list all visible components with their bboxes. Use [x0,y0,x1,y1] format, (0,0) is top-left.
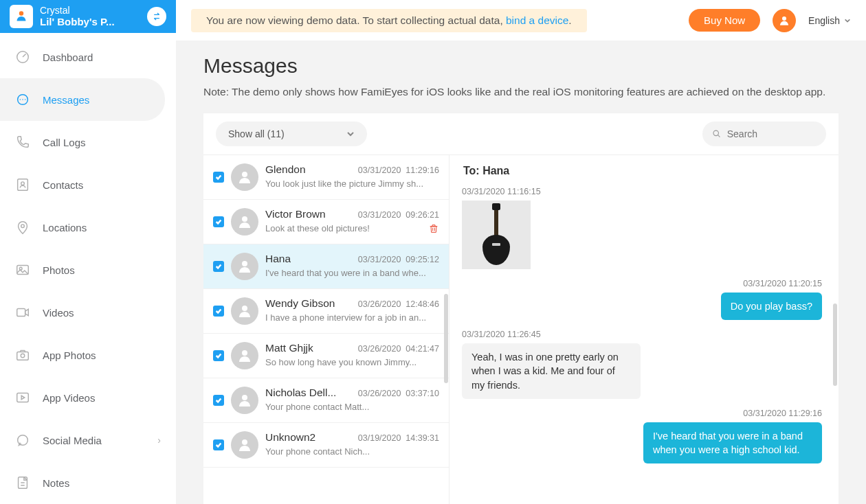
sidebar-item-label: Contacts [43,179,83,191]
sidebar-item-locations[interactable]: Locations [0,206,176,249]
conversation-time: 03/19/2020 14:39:31 [358,433,439,443]
search-input[interactable] [727,128,817,139]
account-avatar-button[interactable] [773,9,796,32]
svg-rect-11 [17,309,25,317]
svg-point-20 [242,261,247,266]
search-box[interactable] [702,122,826,146]
conversation-item[interactable]: Unknown203/19/2020 14:39:31Your phone co… [203,423,449,468]
svg-point-21 [242,306,247,311]
message-time: 03/31/2020 11:20:15 [462,279,822,288]
device-name: Lil' Bobby's P... [40,16,140,28]
chevron-down-icon [346,130,355,138]
sidebar-item-label: Videos [43,307,74,319]
conversation-preview: Your phone contact Matt... [265,402,439,412]
conversation-preview: I have a phone interview for a job in an… [265,312,439,323]
message-bubble: I've heard that you were in a band when … [643,422,822,464]
sidebar-item-videos[interactable]: Videos [0,291,176,334]
sidebar-item-app-videos[interactable]: App Videos [0,376,176,419]
message-image[interactable] [462,201,531,269]
sidebar-item-messages[interactable]: Messages [0,78,165,121]
avatar [231,387,258,414]
swap-device-button[interactable] [147,7,166,26]
banner-suffix: . [568,14,571,26]
sidebar-item-photos[interactable]: Photos [0,249,176,291]
sidebar-item-notes[interactable]: Notes [0,461,176,504]
svg-point-16 [782,16,786,21]
message: 03/31/2020 11:20:15Do you play bass? [462,279,822,320]
scrollbar[interactable] [444,294,448,383]
checkbox[interactable] [213,439,224,450]
conversation-preview: Look at these old pictures! [265,223,439,233]
sidebar-item-label: App Photos [43,350,96,361]
sidebar-item-social-media[interactable]: Social Media› [0,419,176,461]
delete-icon[interactable] [428,223,439,237]
sidebar-item-dashboard[interactable]: Dashboard [0,36,176,78]
filter-dropdown[interactable]: Show all (11) [216,122,367,146]
language-selector[interactable]: English [808,15,851,26]
message: 03/31/2020 11:16:15 [462,187,822,269]
bind-device-link[interactable]: bind a device [506,14,568,26]
sidebar: Crystal Lil' Bobby's P... DashboardMessa… [0,0,176,504]
avatar [231,208,258,236]
conversation-name: Matt Ghjjk [265,342,313,354]
sidebar-item-app-photos[interactable]: App Photos [0,334,176,376]
message: 03/31/2020 11:26:45Yeah, I was in one pr… [462,330,822,399]
locations-icon [15,220,30,235]
checkbox[interactable] [213,395,224,406]
avatar [231,163,258,191]
svg-rect-12 [17,352,29,360]
conversation-preview: You look just like the picture Jimmy sh.… [265,179,439,189]
conversation-name: Victor Brown [265,208,326,220]
svg-rect-14 [17,393,29,402]
scrollbar[interactable] [833,303,837,386]
conversation-list[interactable]: Glendon03/31/2020 11:29:16You look just … [203,155,449,504]
app-logo [10,5,33,28]
sidebar-item-label: Photos [43,264,75,276]
svg-point-24 [242,439,247,445]
videos-icon [15,305,30,320]
search-icon [712,128,722,139]
checkbox[interactable] [213,261,224,272]
conversation-preview: So how long have you known Jimmy... [265,357,439,367]
banner-text: You are now viewing demo data. To start … [206,14,506,26]
app-photos-icon [15,347,30,363]
sidebar-item-label: App Videos [43,392,95,404]
conversation-time: 03/31/2020 09:26:21 [358,210,439,220]
checkbox[interactable] [213,172,224,183]
conversation-time: 03/26/2020 12:48:46 [358,299,439,309]
message: 03/31/2020 11:29:16I've heard that you w… [462,409,822,464]
conversation-item[interactable]: Hana03/31/2020 09:25:12I've heard that y… [203,244,449,289]
sidebar-header: Crystal Lil' Bobby's P... [0,0,176,33]
page-title: Messages [203,54,839,78]
sidebar-item-label: Notes [43,477,69,489]
conversation-item[interactable]: Matt Ghjjk03/26/2020 04:21:47So how long… [203,334,449,378]
messages-icon [15,92,30,107]
conversation-item[interactable]: Wendy Gibson03/26/2020 12:48:46I have a … [203,289,449,334]
sidebar-item-contacts[interactable]: Contacts [0,163,176,206]
social-media-icon [15,433,30,448]
message-bubble: Do you play bass? [721,293,822,320]
sidebar-item-label: Social Media [43,435,102,446]
app-videos-icon [15,390,30,405]
buy-now-button[interactable]: Buy Now [689,9,760,32]
photos-icon [15,262,30,277]
svg-point-3 [20,99,21,100]
checkbox[interactable] [213,306,224,317]
avatar [231,342,258,369]
conversation-item[interactable]: Victor Brown03/31/2020 09:26:21Look at t… [203,200,449,244]
checkbox[interactable] [213,216,224,227]
thread-to-label: To: Hana [449,155,839,187]
conversation-item[interactable]: Glendon03/31/2020 11:29:16You look just … [203,155,449,200]
conversation-time: 03/26/2020 04:21:47 [358,344,439,354]
svg-point-19 [242,216,247,222]
conversation-item[interactable]: Nicholas Dell...03/26/2020 03:37:10Your … [203,378,449,423]
conversation-preview: Your phone contact Nich... [265,446,439,457]
message-thread: To: Hana 03/31/2020 11:16:1503/31/2020 1… [449,155,839,504]
user-name: Crystal [40,5,140,16]
conversation-name: Unknown2 [265,431,315,444]
checkbox[interactable] [213,350,224,361]
chevron-right-icon: › [157,435,161,446]
demo-banner: You are now viewing demo data. To start … [191,9,587,32]
dashboard-icon [15,49,30,65]
sidebar-item-call-logs[interactable]: Call Logs [0,121,176,163]
